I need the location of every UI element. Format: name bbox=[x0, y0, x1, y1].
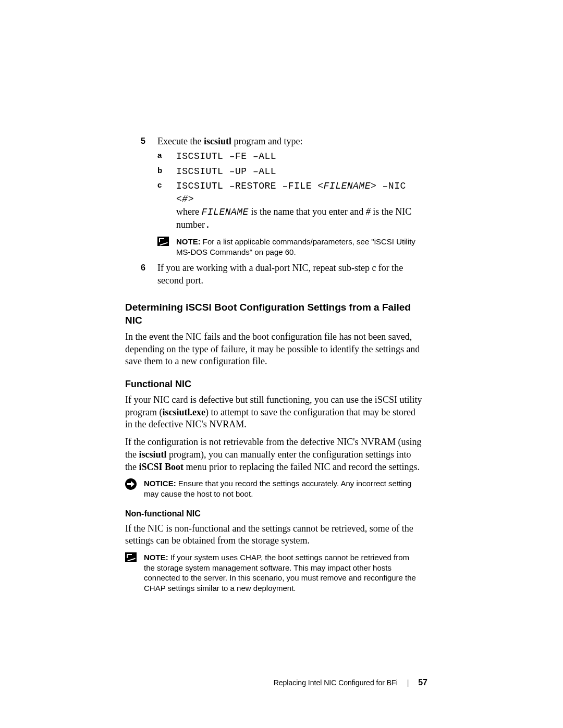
substep-c: c ISCSIUTL –RESTORE –FILE <FILENAME> –NI… bbox=[157, 180, 422, 231]
placeholder: # bbox=[182, 194, 188, 204]
footer-title: Replacing Intel NIC Configured for BFi bbox=[274, 678, 398, 687]
step-number: 6 bbox=[141, 262, 145, 273]
note-text: If your system uses CHAP, the boot setti… bbox=[144, 553, 416, 593]
note-block-2: NOTE: If your system uses CHAP, the boot… bbox=[125, 552, 422, 593]
substep-a: a ISCSIUTL –FE –ALL bbox=[157, 150, 422, 163]
notice-block: NOTICE: Ensure that you record the setti… bbox=[125, 478, 422, 499]
substep-c-desc: where FILENAME is the name that you ente… bbox=[176, 206, 422, 232]
text: ISCSIUTL –RESTORE –FILE < bbox=[176, 181, 324, 191]
notice-icon bbox=[125, 478, 137, 490]
text: menu prior to replacing the failed NIC a… bbox=[183, 462, 420, 472]
note-block: NOTE: For a list applicable commands/par… bbox=[157, 237, 422, 257]
program-name: iscsiutl.exe bbox=[162, 407, 205, 417]
text: program and type: bbox=[231, 136, 302, 146]
step-5-intro: Execute the iscsiutl program and type: bbox=[157, 136, 302, 146]
para-functional-2: If the configuration is not retrievable … bbox=[125, 436, 422, 473]
para-functional-1: If your NIC card is defective but still … bbox=[125, 394, 422, 431]
note-text: For a list applicable commands/parameter… bbox=[176, 237, 415, 256]
heading-determining: Determining iSCSI Boot Configuration Set… bbox=[125, 301, 422, 327]
heading-functional-nic: Functional NIC bbox=[125, 378, 422, 391]
note-icon bbox=[125, 552, 137, 563]
menu-name: iSCSI Boot bbox=[139, 462, 184, 472]
step-number: 5 bbox=[141, 135, 145, 146]
step-5: 5 Execute the iscsiutl program and type:… bbox=[141, 135, 422, 257]
substep-letter: a bbox=[157, 150, 162, 161]
text: > bbox=[188, 194, 194, 204]
main-content: 5 Execute the iscsiutl program and type:… bbox=[141, 135, 422, 593]
step-6-text: If you are working with a dual-port NIC,… bbox=[157, 263, 403, 286]
placeholder: FILENAME bbox=[201, 207, 248, 217]
step-6: 6 If you are working with a dual-port NI… bbox=[141, 262, 422, 287]
page-number: 57 bbox=[418, 678, 427, 687]
para-determining: In the event the NIC fails and the boot … bbox=[125, 331, 422, 368]
note-label: NOTE: bbox=[144, 553, 168, 562]
command-text: ISCSIUTL –UP –ALL bbox=[176, 166, 276, 177]
program-name: iscsiutl bbox=[139, 449, 167, 460]
command-text: ISCSIUTL –RESTORE –FILE <FILENAME> –NIC … bbox=[176, 180, 406, 204]
substep-letter: c bbox=[157, 180, 162, 190]
command-text: ISCSIUTL –FE –ALL bbox=[176, 151, 276, 162]
program-name: iscsiutl bbox=[204, 136, 231, 146]
substep-letter: b bbox=[157, 165, 162, 176]
page-footer: Replacing Intel NIC Configured for BFi |… bbox=[0, 678, 563, 687]
text: is the name that you enter and bbox=[249, 206, 366, 217]
document-page: 5 Execute the iscsiutl program and type:… bbox=[0, 0, 563, 728]
note-label: NOTE: bbox=[176, 237, 201, 246]
footer-separator: | bbox=[407, 678, 409, 687]
note-icon bbox=[157, 237, 169, 247]
text: Execute the bbox=[157, 136, 204, 146]
placeholder: FILENAME bbox=[324, 181, 371, 191]
notice-label: NOTICE: bbox=[144, 479, 176, 488]
substep-b: b ISCSIUTL –UP –ALL bbox=[157, 165, 422, 178]
text: where bbox=[176, 206, 201, 217]
placeholder: # bbox=[366, 206, 371, 217]
para-nonfunctional: If the NIC is non-functional and the set… bbox=[125, 523, 422, 548]
text: . bbox=[205, 220, 211, 230]
heading-nonfunctional-nic: Non-functional NIC bbox=[125, 508, 422, 519]
notice-text: Ensure that you record the settings accu… bbox=[144, 479, 411, 498]
